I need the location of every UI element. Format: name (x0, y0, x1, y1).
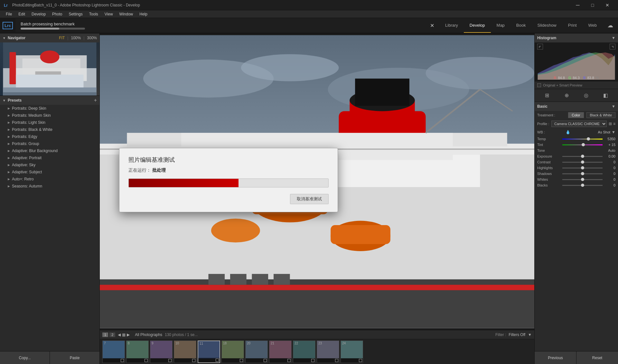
tint-slider[interactable] (562, 144, 603, 145)
exposure-slider[interactable] (562, 156, 603, 157)
preset-item[interactable]: ▶Portraits: Medium Skin (0, 112, 99, 119)
prev-arrow[interactable]: ◀ (118, 332, 121, 337)
menu-item-view[interactable]: View (101, 11, 116, 17)
batch-close-button[interactable]: ✕ (430, 23, 434, 29)
film-thumb[interactable]: 7 (102, 341, 125, 363)
navigator-collapse-icon: ▼ (3, 36, 6, 40)
film-thumb[interactable]: 23 (317, 341, 339, 363)
menu-item-help[interactable]: Help (136, 11, 151, 17)
navigator-header[interactable]: ▼ Navigator FIT | 100% | 300% (0, 33, 99, 42)
grid-view-icon[interactable]: ▦ (122, 332, 126, 337)
histogram-shadow-clip[interactable]: ◤ (537, 44, 543, 50)
blacks-slider[interactable] (562, 185, 603, 186)
menu-item-develop[interactable]: Develop (28, 11, 49, 17)
film-thumb[interactable]: 10 (174, 341, 196, 363)
film-thumb[interactable]: 24 (341, 341, 363, 363)
cancel-benchmark-button[interactable]: 取消基准测试 (290, 194, 329, 204)
maximize-button[interactable]: □ (585, 0, 600, 10)
nav-develop[interactable]: Develop (464, 18, 491, 33)
reset-button[interactable]: Reset (576, 351, 618, 364)
contrast-slider-thumb[interactable] (581, 160, 584, 164)
film-thumb[interactable]: 21 (269, 341, 292, 363)
minimize-button[interactable]: ─ (570, 0, 585, 10)
preset-item[interactable]: ▶Portraits: Edgy (0, 133, 99, 140)
preset-item[interactable]: ▶Adaptive: Subject (0, 168, 99, 176)
preset-item[interactable]: ▶Adaptive: Blur Background (0, 147, 99, 154)
histogram-highlight-clip[interactable]: ◥ (610, 44, 615, 50)
temp-slider-thumb[interactable] (587, 137, 590, 141)
preset-item[interactable]: ▶Portraits: Light Skin (0, 119, 99, 126)
whites-slider[interactable] (562, 179, 603, 180)
highlights-slider[interactable] (562, 168, 603, 168)
preset-item[interactable]: ▶Portraits: Group (0, 140, 99, 147)
nav-library[interactable]: Library (439, 18, 464, 33)
exposure-slider-thumb[interactable] (581, 155, 584, 158)
redeye-tool[interactable]: ◎ (582, 91, 591, 100)
nav-slideshow[interactable]: Slideshow (532, 18, 562, 33)
film-thumb[interactable]: 11 (198, 341, 220, 363)
menu-item-window[interactable]: Window (116, 11, 136, 17)
whites-slider-thumb[interactable] (581, 178, 584, 181)
contrast-slider[interactable] (562, 162, 603, 163)
nav-book[interactable]: Book (510, 18, 532, 33)
navigator-100-btn[interactable]: 100% (71, 36, 81, 40)
profile-list-icon[interactable]: ≡ (613, 122, 615, 126)
page-1-button[interactable]: 1 (102, 332, 108, 337)
wb-dropdown-icon[interactable]: ▼ (612, 130, 615, 134)
tint-slider-thumb[interactable] (582, 143, 585, 146)
smart-preview-checkbox[interactable] (537, 83, 541, 87)
smart-preview-bar: Original + Smart Preview (535, 81, 618, 89)
eyedropper-icon[interactable]: 💧 (566, 130, 570, 134)
preset-item[interactable]: ▶Adaptive: Sky (0, 161, 99, 168)
thumb-number: 18 (223, 341, 227, 345)
film-thumb[interactable]: 18 (221, 341, 244, 363)
nav-print[interactable]: Print (562, 18, 583, 33)
paste-button[interactable]: Paste (50, 351, 99, 364)
preset-item[interactable]: ▶Auto+: Retro (0, 176, 99, 183)
highlights-slider-thumb[interactable] (581, 166, 584, 169)
film-thumb[interactable]: 20 (245, 341, 268, 363)
shadows-slider-thumb[interactable] (581, 172, 584, 175)
nav-map[interactable]: Map (491, 18, 510, 33)
blacks-slider-thumb[interactable] (581, 184, 584, 187)
close-button[interactable]: ✕ (600, 0, 615, 10)
page-2-button[interactable]: 2 (109, 332, 115, 337)
gradient-tool[interactable]: ◧ (601, 91, 610, 100)
preset-item[interactable]: ▶Portraits: Deep Skin (0, 105, 99, 112)
auto-button[interactable]: Auto (608, 149, 615, 152)
profile-select[interactable]: Camera CLASSIC CHROME (551, 121, 607, 127)
next-arrow[interactable]: ▶ (127, 332, 130, 337)
app-icon: Lr (3, 2, 10, 8)
bw-treatment-button[interactable]: Black & White (586, 112, 615, 118)
film-thumb[interactable]: 8 (126, 341, 149, 363)
preset-item[interactable]: ▶Portraits: Black & White (0, 126, 99, 133)
nav-web[interactable]: Web (583, 18, 603, 33)
menu-item-tools[interactable]: Tools (86, 11, 101, 17)
film-thumb[interactable]: 22 (293, 341, 315, 363)
film-thumb[interactable]: 9 (150, 341, 173, 363)
preset-item[interactable]: ▶Adaptive: Portrait (0, 154, 99, 161)
filter-dropdown-icon[interactable]: ▼ (528, 332, 532, 337)
shadows-slider[interactable] (562, 173, 603, 174)
copy-button[interactable]: Copy... (0, 351, 50, 364)
basic-expand-icon[interactable]: ▼ (612, 104, 615, 109)
presets-header[interactable]: ▼ Presets + (0, 96, 99, 105)
navigator-300-btn[interactable]: 300% (87, 36, 97, 40)
navigator-fit-btn[interactable]: FIT (59, 36, 65, 40)
menu-item-file[interactable]: File (3, 11, 15, 17)
menu-item-photo[interactable]: Photo (49, 11, 65, 17)
previous-button[interactable]: Previous (535, 351, 576, 364)
color-treatment-button[interactable]: Color (568, 112, 584, 118)
crop-tool[interactable]: ⊞ (542, 91, 551, 100)
preset-item[interactable]: ▶Seasons: Autumn (0, 183, 99, 190)
profile-grid-icon[interactable]: ⊞ (609, 122, 612, 126)
menu-item-edit[interactable]: Edit (15, 11, 28, 17)
cloud-icon[interactable]: ☁ (603, 22, 618, 29)
heal-tool[interactable]: ⊕ (562, 91, 571, 100)
presets-add-button[interactable]: + (94, 97, 97, 103)
temp-slider[interactable] (562, 139, 603, 140)
menu-item-settings[interactable]: Settings (65, 11, 86, 17)
histogram-expand-icon[interactable]: ▼ (612, 36, 615, 40)
basic-header[interactable]: Basic ▼ (535, 102, 618, 111)
filter-value[interactable]: Filters Off (509, 332, 525, 337)
